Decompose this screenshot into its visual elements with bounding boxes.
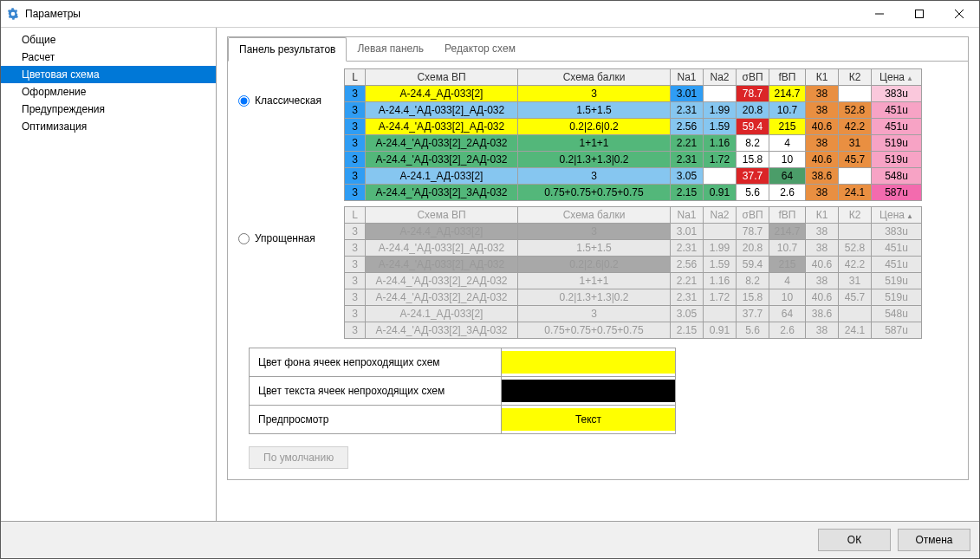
col-price[interactable]: Цена▲	[872, 207, 922, 224]
table-row[interactable]: 3А-24.4_'АД-033[2]_2АД-0320.2|1.3+1.3|0.…	[345, 152, 922, 168]
bg-color-swatch[interactable]	[502, 348, 676, 377]
col-fvp[interactable]: fВП	[769, 69, 806, 86]
table-row[interactable]: 3А-24.1_АД-033[2]33.0537.76438.6548u	[345, 306, 922, 322]
col-na2[interactable]: Na2	[704, 207, 737, 224]
col-L[interactable]: L	[345, 69, 366, 86]
sidebar-item-optimization[interactable]: Оптимизация	[1, 118, 216, 135]
cell-K2: 45.7	[839, 152, 872, 168]
table-row[interactable]: 3А-24.4_'АД-033[2]_3АД-0320.75+0.75+0.75…	[345, 185, 922, 201]
col-svp[interactable]: σВП	[737, 207, 769, 224]
table-row[interactable]: 3А-24.4_'АД-033[2]_2АД-0321+1+12.211.168…	[345, 135, 922, 152]
cell-fVP: 64	[769, 306, 806, 322]
cell-K1: 38	[806, 135, 839, 152]
cell-vp: А-24.4_АД-033[2]	[366, 224, 518, 240]
default-button[interactable]: По умолчанию	[249, 446, 348, 469]
cell-vp: А-24.1_АД-033[2]	[366, 168, 518, 185]
cell-Na1: 2.15	[671, 322, 704, 339]
sidebar-item-styling[interactable]: Оформление	[1, 83, 216, 101]
table-row[interactable]: 3А-24.4_АД-033[2]33.0178.7214.738383u	[345, 86, 922, 102]
cell-Na1: 2.21	[671, 135, 704, 152]
cell-price: 587u	[872, 185, 922, 201]
col-na2[interactable]: Na2	[704, 69, 737, 86]
col-k1[interactable]: К1	[806, 207, 839, 224]
cell-fVP: 10	[769, 289, 806, 306]
col-scheme-beam[interactable]: Схема балки	[518, 69, 671, 86]
cell-Na2: 1.59	[704, 257, 737, 273]
cancel-button[interactable]: Отмена	[898, 529, 970, 551]
cell-L: 3	[345, 289, 366, 306]
cell-fVP: 4	[769, 273, 806, 289]
cell-vp: А-24.4_'АД-033[2]_2АД-032	[366, 152, 518, 168]
cell-K2: 52.8	[839, 102, 872, 119]
cell-sVP: 8.2	[737, 273, 769, 289]
cell-vp: А-24.4_'АД-033[2]_АД-032	[366, 240, 518, 257]
col-scheme-vp[interactable]: Схема ВП	[366, 69, 518, 86]
cell-sVP: 78.7	[737, 224, 769, 240]
table-header-row: L Схема ВП Схема балки Na1 Na2 σВП fВП К…	[345, 69, 922, 86]
cell-Na1: 2.31	[671, 240, 704, 257]
table-row[interactable]: 3А-24.4_'АД-033[2]_АД-0321.5+1.52.311.99…	[345, 102, 922, 119]
col-k2[interactable]: К2	[839, 69, 872, 86]
cell-beam: 1.5+1.5	[518, 102, 671, 119]
cell-K2: 52.8	[839, 240, 872, 257]
app-window: Параметры Общие Расчет Цветовая схема Оф…	[0, 0, 980, 559]
tab-left-panel[interactable]: Левая панель	[347, 37, 434, 61]
table-row[interactable]: 3А-24.4_'АД-033[2]_2АД-0321+1+12.211.168…	[345, 273, 922, 289]
cell-vp: А-24.4_АД-033[2]	[366, 86, 518, 102]
cell-K2	[839, 306, 872, 322]
cell-Na2: 1.16	[704, 135, 737, 152]
col-scheme-vp[interactable]: Схема ВП	[366, 207, 518, 224]
cell-price: 587u	[872, 322, 922, 339]
cell-price: 519u	[872, 289, 922, 306]
sidebar-item-color-scheme[interactable]: Цветовая схема	[1, 66, 216, 83]
col-fvp[interactable]: fВП	[769, 207, 806, 224]
minimize-button[interactable]	[860, 1, 899, 27]
cell-Na1: 3.05	[671, 168, 704, 185]
col-k2[interactable]: К2	[839, 207, 872, 224]
cell-beam: 3	[518, 306, 671, 322]
cell-fVP: 10	[769, 152, 806, 168]
table-row[interactable]: 3А-24.4_'АД-033[2]_АД-0320.2|2.6|0.22.56…	[345, 119, 922, 135]
close-button[interactable]	[939, 1, 979, 27]
cell-beam: 0.2|2.6|0.2	[518, 119, 671, 135]
sidebar-item-warnings[interactable]: Предупреждения	[1, 101, 216, 118]
ok-button[interactable]: ОК	[818, 529, 891, 551]
col-L[interactable]: L	[345, 207, 366, 224]
cell-Na1: 3.01	[671, 86, 704, 102]
table-row[interactable]: 3А-24.4_'АД-033[2]_АД-0321.5+1.52.311.99…	[345, 240, 922, 257]
cell-Na1: 2.31	[671, 289, 704, 306]
sidebar-item-general[interactable]: Общие	[1, 31, 216, 49]
table-row[interactable]: 3А-24.4_АД-033[2]33.0178.7214.738383u	[345, 224, 922, 240]
cell-fVP: 215	[769, 119, 806, 135]
sidebar-item-calculation[interactable]: Расчет	[1, 49, 216, 66]
col-na1[interactable]: Na1	[671, 207, 704, 224]
table-row[interactable]: 3А-24.4_'АД-033[2]_АД-0320.2|2.6|0.22.56…	[345, 257, 922, 273]
sidebar: Общие Расчет Цветовая схема Оформление П…	[1, 28, 217, 521]
svg-rect-1	[916, 10, 924, 18]
col-scheme-beam[interactable]: Схема балки	[518, 207, 671, 224]
cell-sVP: 8.2	[737, 135, 769, 152]
col-svp[interactable]: σВП	[737, 69, 769, 86]
radio-classic[interactable]	[238, 95, 250, 107]
tab-results-panel[interactable]: Панель результатов	[228, 37, 347, 62]
cell-sVP: 37.7	[737, 168, 769, 185]
col-na1[interactable]: Na1	[671, 69, 704, 86]
cell-K1: 40.6	[806, 152, 839, 168]
col-price[interactable]: Цена▲	[872, 69, 922, 86]
table-row[interactable]: 3А-24.4_'АД-033[2]_3АД-0320.75+0.75+0.75…	[345, 322, 922, 339]
cell-K2: 24.1	[839, 322, 872, 339]
cell-K1: 38	[806, 322, 839, 339]
fg-color-swatch[interactable]	[502, 377, 676, 406]
cell-beam: 0.2|1.3+1.3|0.2	[518, 152, 671, 168]
cell-beam: 1+1+1	[518, 273, 671, 289]
cell-Na2: 1.99	[704, 102, 737, 119]
tab-scheme-editor[interactable]: Редактор схем	[434, 37, 526, 61]
table-row[interactable]: 3А-24.4_'АД-033[2]_2АД-0320.2|1.3+1.3|0.…	[345, 289, 922, 306]
cell-price: 548u	[872, 168, 922, 185]
cell-K2: 24.1	[839, 185, 872, 201]
cell-beam: 0.75+0.75+0.75+0.75	[518, 322, 671, 339]
col-k1[interactable]: К1	[806, 69, 839, 86]
table-row[interactable]: 3А-24.1_АД-033[2]33.0537.76438.6548u	[345, 168, 922, 185]
radio-simple[interactable]	[238, 233, 250, 244]
maximize-button[interactable]	[899, 1, 939, 27]
